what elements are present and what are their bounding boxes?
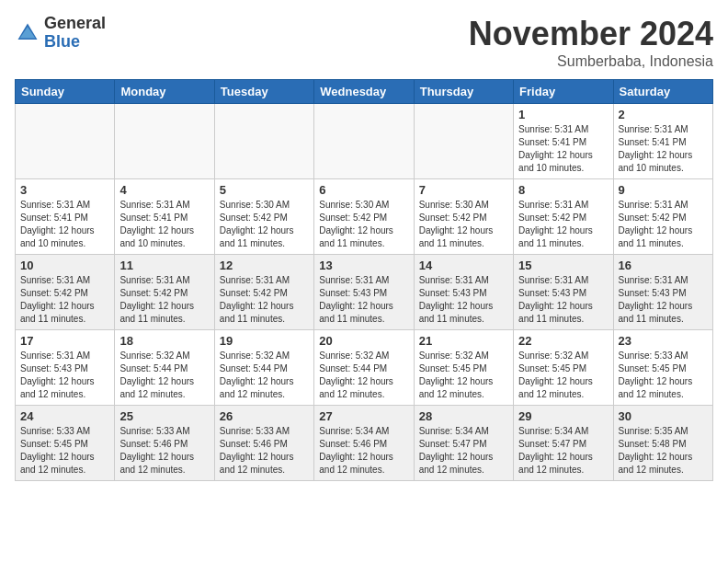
day-number: 10 [20, 259, 109, 272]
day-number: 12 [220, 259, 309, 272]
day-info: Sunrise: 5:32 AM Sunset: 5:45 PM Dayligh… [419, 350, 508, 401]
calendar-cell: 22Sunrise: 5:32 AM Sunset: 5:45 PM Dayli… [514, 330, 613, 406]
calendar-cell: 6Sunrise: 5:30 AM Sunset: 5:42 PM Daylig… [314, 179, 414, 255]
day-info: Sunrise: 5:30 AM Sunset: 5:42 PM Dayligh… [319, 199, 408, 250]
day-number: 18 [119, 334, 209, 348]
calendar-cell: 10Sunrise: 5:31 AM Sunset: 5:42 PM Dayli… [16, 255, 115, 330]
calendar-cell: 2Sunrise: 5:31 AM Sunset: 5:41 PM Daylig… [613, 104, 712, 179]
day-info: Sunrise: 5:33 AM Sunset: 5:45 PM Dayligh… [619, 350, 708, 401]
weekday-header-friday: Friday [514, 80, 613, 104]
weekday-header-saturday: Saturday [613, 80, 712, 104]
day-number: 14 [419, 259, 508, 272]
weekday-header-wednesday: Wednesday [314, 80, 414, 104]
day-info: Sunrise: 5:35 AM Sunset: 5:48 PM Dayligh… [619, 425, 708, 477]
day-info: Sunrise: 5:33 AM Sunset: 5:46 PM Dayligh… [119, 425, 209, 477]
calendar-cell: 26Sunrise: 5:33 AM Sunset: 5:46 PM Dayli… [214, 406, 313, 481]
calendar-cell: 20Sunrise: 5:32 AM Sunset: 5:44 PM Dayli… [314, 330, 414, 406]
week-row-4: 17Sunrise: 5:31 AM Sunset: 5:43 PM Dayli… [16, 330, 713, 406]
weekday-header-monday: Monday [115, 80, 214, 104]
day-info: Sunrise: 5:33 AM Sunset: 5:46 PM Dayligh… [220, 425, 309, 477]
day-number: 9 [619, 183, 708, 197]
day-number: 27 [319, 409, 408, 423]
day-number: 17 [20, 334, 109, 348]
calendar-cell: 12Sunrise: 5:31 AM Sunset: 5:42 PM Dayli… [214, 255, 313, 330]
day-info: Sunrise: 5:32 AM Sunset: 5:45 PM Dayligh… [518, 350, 608, 401]
day-number: 1 [518, 108, 608, 121]
week-row-1: 1Sunrise: 5:31 AM Sunset: 5:41 PM Daylig… [16, 104, 713, 179]
calendar-cell: 8Sunrise: 5:31 AM Sunset: 5:42 PM Daylig… [514, 179, 613, 255]
day-info: Sunrise: 5:31 AM Sunset: 5:43 PM Dayligh… [619, 274, 708, 326]
day-info: Sunrise: 5:34 AM Sunset: 5:47 PM Dayligh… [518, 425, 608, 477]
calendar-cell [314, 104, 414, 179]
day-info: Sunrise: 5:34 AM Sunset: 5:46 PM Dayligh… [319, 425, 408, 477]
logo: General Blue [15, 15, 106, 52]
calendar-cell [414, 104, 513, 179]
weekday-header-thursday: Thursday [414, 80, 513, 104]
day-number: 26 [220, 409, 309, 423]
logo-icon [15, 20, 40, 46]
day-info: Sunrise: 5:31 AM Sunset: 5:42 PM Dayligh… [220, 274, 309, 326]
day-number: 30 [619, 409, 708, 423]
calendar-cell: 17Sunrise: 5:31 AM Sunset: 5:43 PM Dayli… [16, 330, 115, 406]
day-number: 3 [20, 183, 109, 197]
day-info: Sunrise: 5:31 AM Sunset: 5:42 PM Dayligh… [119, 274, 209, 326]
calendar-cell: 13Sunrise: 5:31 AM Sunset: 5:43 PM Dayli… [314, 255, 414, 330]
day-number: 21 [419, 334, 508, 348]
day-info: Sunrise: 5:31 AM Sunset: 5:43 PM Dayligh… [518, 274, 608, 326]
location-title: Sumberbaba, Indonesia [469, 53, 713, 70]
calendar-table: SundayMondayTuesdayWednesdayThursdayFrid… [15, 79, 713, 481]
day-info: Sunrise: 5:31 AM Sunset: 5:43 PM Dayligh… [319, 274, 408, 326]
day-number: 6 [319, 183, 408, 197]
calendar-cell: 3Sunrise: 5:31 AM Sunset: 5:41 PM Daylig… [16, 179, 115, 255]
day-info: Sunrise: 5:31 AM Sunset: 5:41 PM Dayligh… [518, 123, 608, 175]
day-number: 29 [518, 409, 608, 423]
day-number: 24 [20, 409, 109, 423]
day-number: 25 [119, 409, 209, 423]
weekday-header-tuesday: Tuesday [214, 80, 313, 104]
calendar-cell: 30Sunrise: 5:35 AM Sunset: 5:48 PM Dayli… [613, 406, 712, 481]
day-number: 19 [220, 334, 309, 348]
day-number: 16 [619, 259, 708, 272]
day-number: 4 [119, 183, 209, 197]
calendar-cell: 1Sunrise: 5:31 AM Sunset: 5:41 PM Daylig… [514, 104, 613, 179]
day-number: 22 [518, 334, 608, 348]
day-number: 7 [419, 183, 508, 197]
day-info: Sunrise: 5:30 AM Sunset: 5:42 PM Dayligh… [419, 199, 508, 250]
day-info: Sunrise: 5:32 AM Sunset: 5:44 PM Dayligh… [319, 350, 408, 401]
day-info: Sunrise: 5:31 AM Sunset: 5:43 PM Dayligh… [419, 274, 508, 326]
day-number: 8 [518, 183, 608, 197]
calendar-cell: 25Sunrise: 5:33 AM Sunset: 5:46 PM Dayli… [115, 406, 214, 481]
day-number: 28 [419, 409, 508, 423]
week-row-3: 10Sunrise: 5:31 AM Sunset: 5:42 PM Dayli… [16, 255, 713, 330]
day-number: 11 [119, 259, 209, 272]
page-header: General Blue November 2024 Sumberbaba, I… [15, 15, 713, 70]
calendar-cell: 21Sunrise: 5:32 AM Sunset: 5:45 PM Dayli… [414, 330, 513, 406]
calendar-cell [16, 104, 115, 179]
calendar-cell: 4Sunrise: 5:31 AM Sunset: 5:41 PM Daylig… [115, 179, 214, 255]
calendar-cell: 16Sunrise: 5:31 AM Sunset: 5:43 PM Dayli… [613, 255, 712, 330]
month-title: November 2024 [469, 15, 713, 53]
calendar-cell [214, 104, 313, 179]
day-info: Sunrise: 5:32 AM Sunset: 5:44 PM Dayligh… [119, 350, 209, 401]
logo-blue: Blue [44, 33, 106, 52]
day-info: Sunrise: 5:33 AM Sunset: 5:45 PM Dayligh… [20, 425, 109, 477]
calendar-cell: 5Sunrise: 5:30 AM Sunset: 5:42 PM Daylig… [214, 179, 313, 255]
day-info: Sunrise: 5:31 AM Sunset: 5:42 PM Dayligh… [518, 199, 608, 250]
logo-general: General [44, 15, 106, 33]
day-number: 5 [220, 183, 309, 197]
weekday-header-sunday: Sunday [16, 80, 115, 104]
day-info: Sunrise: 5:31 AM Sunset: 5:41 PM Dayligh… [619, 123, 708, 175]
day-info: Sunrise: 5:31 AM Sunset: 5:42 PM Dayligh… [619, 199, 708, 250]
day-info: Sunrise: 5:34 AM Sunset: 5:47 PM Dayligh… [419, 425, 508, 477]
day-number: 15 [518, 259, 608, 272]
day-info: Sunrise: 5:31 AM Sunset: 5:43 PM Dayligh… [20, 350, 109, 401]
day-info: Sunrise: 5:31 AM Sunset: 5:41 PM Dayligh… [119, 199, 209, 250]
calendar-cell [115, 104, 214, 179]
calendar-cell: 11Sunrise: 5:31 AM Sunset: 5:42 PM Dayli… [115, 255, 214, 330]
weekday-header-row: SundayMondayTuesdayWednesdayThursdayFrid… [16, 80, 713, 104]
calendar-cell: 7Sunrise: 5:30 AM Sunset: 5:42 PM Daylig… [414, 179, 513, 255]
week-row-5: 24Sunrise: 5:33 AM Sunset: 5:45 PM Dayli… [16, 406, 713, 481]
calendar-cell: 24Sunrise: 5:33 AM Sunset: 5:45 PM Dayli… [16, 406, 115, 481]
logo-text: General Blue [44, 15, 106, 52]
day-number: 13 [319, 259, 408, 272]
